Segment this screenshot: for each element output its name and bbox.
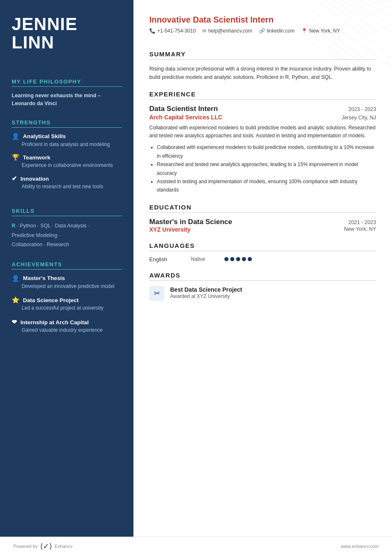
achievement-thesis: 👤 Master's Thesis Developed an innovativ…	[12, 275, 122, 290]
footer-brand: Powered by ⟨✓⟩ Enhancv	[13, 542, 73, 551]
exp-company: Arch Capital Services LLC	[149, 114, 222, 121]
lang-dot-3	[236, 257, 240, 261]
exp-bullet-0: Collaborated with experienced modelers t…	[157, 143, 376, 160]
email-address: help@enhancv.com	[208, 28, 252, 34]
exp-dates: 2023 - 2023	[348, 106, 376, 112]
internship-desc: Gained valuable industry experience	[12, 327, 122, 334]
svg-line-6	[367, 0, 392, 8]
ds-project-icon: ⭐	[12, 296, 20, 304]
exp-bullet-1: Researched and tested new analytics appr…	[157, 160, 376, 177]
name-line2: LINN	[12, 33, 54, 52]
experience-item-0: Data Scientist Intern 2023 - 2023 Arch C…	[149, 105, 376, 194]
strength-analytical: 👤 Analytical Skills Proficient in data a…	[12, 133, 122, 148]
main-content: Innovative Data Scientist Intern 📞 +1-54…	[133, 0, 392, 537]
linkedin-url: linkedin.com	[267, 28, 295, 34]
contact-location: 📍 New York, NY	[301, 28, 340, 34]
education-item-0: Master's in Data Science 2021 - 2023 XYZ…	[149, 218, 376, 233]
edu-location: New York, NY	[344, 226, 376, 233]
teamwork-icon: 🏆	[12, 154, 20, 161]
email-icon: ✉	[202, 28, 206, 34]
summary-section-title: SUMMARY	[149, 50, 376, 60]
edu-school-row: XYZ University New York, NY	[149, 226, 376, 233]
innovation-desc: Ability to research and test new tools	[12, 183, 122, 190]
skills-list: R · Python · SQL · Data Analysis · Predi…	[12, 221, 122, 250]
candidate-name: JENNIE LINN	[12, 15, 122, 52]
internship-icon: ❤	[12, 318, 17, 326]
awards-section-title: AWARDS	[149, 272, 376, 281]
education-section-title: EDUCATION	[149, 204, 376, 213]
analytical-desc: Proficient in data analysis and modeling	[12, 141, 122, 148]
skills-section-title: SKILLS	[12, 208, 122, 216]
innovation-icon: ✔	[12, 175, 17, 182]
award-title: Best Data Science Project	[170, 286, 242, 293]
skill-r: R	[12, 223, 15, 229]
ds-project-desc: Led a successful project at university	[12, 305, 122, 312]
summary-text: Rising data science professional with a …	[149, 65, 376, 81]
skill-predictive: Predictive Modeling ·	[12, 232, 60, 238]
strength-teamwork: 🏆 Teamwork Experience in collaborative e…	[12, 154, 122, 169]
svg-line-5	[359, 0, 392, 17]
thesis-icon: 👤	[12, 275, 20, 282]
exp-location: Jersey City, NJ	[342, 115, 376, 121]
experience-section-title: EXPERIENCE	[149, 91, 376, 100]
ds-project-title: Data Science Project	[23, 297, 79, 303]
lang-dot-4	[242, 257, 246, 261]
svg-line-11	[309, 33, 359, 67]
job-title: Innovative Data Scientist Intern	[149, 15, 376, 25]
exp-header-row: Data Scientist Intern 2023 - 2023	[149, 105, 376, 113]
thesis-desc: Developed an innovative predictive model	[12, 283, 122, 290]
award-icon: ✂	[149, 286, 164, 301]
main-header: Innovative Data Scientist Intern 📞 +1-54…	[149, 15, 376, 34]
philosophy-quote: Learning never exhausts the mind – Leona…	[12, 92, 122, 108]
strengths-section-title: STRENGTHS	[12, 119, 122, 128]
lang-dot-1	[224, 257, 229, 261]
language-item-0: English Native	[149, 256, 376, 262]
contact-linkedin: 🔗 linkedin.com	[259, 28, 295, 34]
contact-email: ✉ help@enhancv.com	[202, 28, 252, 34]
edu-dates: 2021 - 2023	[348, 219, 376, 225]
achievements-section-title: ACHIEVEMENTS	[12, 261, 122, 270]
lang-dot-5	[248, 257, 252, 261]
lang-dot-2	[230, 257, 234, 261]
skill-sep1: · Python · SQL · Data Analysis ·	[17, 223, 90, 229]
contact-row: 📞 +1-541-754-3010 ✉ help@enhancv.com 🔗 l…	[149, 28, 376, 34]
edu-header-row: Master's in Data Science 2021 - 2023	[149, 218, 376, 226]
skill-collab-research: Collaboration · Research	[12, 242, 69, 247]
exp-company-row: Arch Capital Services LLC Jersey City, N…	[149, 114, 376, 121]
internship-title: Internship at Arch Capital	[20, 319, 89, 325]
strength-innovation: ✔ Innovation Ability to research and tes…	[12, 175, 122, 190]
award-item-0: ✂ Best Data Science Project Awarded at X…	[149, 286, 376, 301]
lang-level: Native	[191, 256, 216, 262]
lang-name: English	[149, 256, 183, 262]
sidebar: JENNIE LINN MY LIFE PHILOSOPHY Learning …	[0, 0, 133, 537]
teamwork-title: Teamwork	[23, 154, 50, 161]
contact-phone: 📞 +1-541-754-3010	[149, 28, 196, 34]
edu-school: XYZ University	[149, 226, 191, 233]
phone-icon: 📞	[149, 28, 156, 34]
location-text: New York, NY	[309, 28, 340, 34]
award-sub: Awarded at XYZ University	[170, 293, 242, 299]
footer: Powered by ⟨✓⟩ Enhancv www.enhancv.com	[0, 537, 392, 555]
analytical-icon: 👤	[12, 133, 20, 140]
award-details: Best Data Science Project Awarded at XYZ…	[170, 286, 242, 299]
lang-dots	[224, 257, 252, 261]
footer-logo-icon: ⟨✓⟩	[40, 542, 52, 551]
exp-bullets: Collaborated with experienced modelers t…	[149, 143, 376, 194]
exp-job-title: Data Scientist Intern	[149, 105, 218, 113]
philosophy-section-title: MY LIFE PHILOSOPHY	[12, 78, 122, 87]
achievement-ds-project: ⭐ Data Science Project Led a successful …	[12, 296, 122, 312]
thesis-title: Master's Thesis	[23, 275, 65, 281]
achievement-internship: ❤ Internship at Arch Capital Gained valu…	[12, 318, 122, 334]
analytical-title: Analytical Skills	[23, 133, 66, 139]
footer-website: www.enhancv.com	[341, 544, 379, 549]
exp-desc: Collaborated with experienced modelers t…	[149, 124, 376, 140]
location-icon: 📍	[301, 28, 307, 34]
innovation-title: Innovation	[20, 176, 49, 182]
linkedin-icon: 🔗	[259, 28, 265, 34]
edu-degree: Master's in Data Science	[149, 218, 232, 226]
powered-by-text: Powered by	[13, 544, 38, 549]
phone-number: +1-541-754-3010	[157, 28, 196, 34]
teamwork-desc: Experience in collaborative environments	[12, 162, 122, 169]
name-line1: JENNIE	[12, 14, 78, 34]
exp-bullet-2: Assisted in testing and implementation o…	[157, 177, 376, 194]
